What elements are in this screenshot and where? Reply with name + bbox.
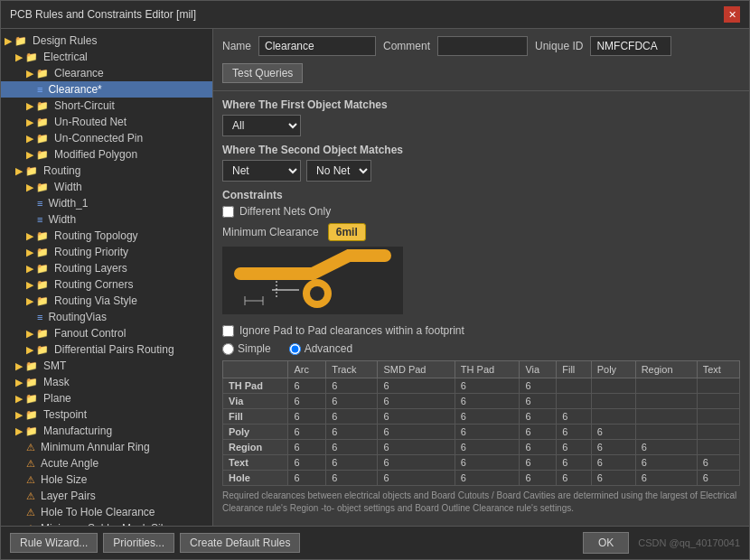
tree-label: Clearance* [48, 83, 101, 96]
simple-radio[interactable] [222, 343, 234, 355]
col-header-smd-pad: SMD Pad [378, 361, 455, 378]
clearance-diagram [222, 247, 740, 319]
name-input[interactable] [258, 36, 376, 56]
different-nets-checkbox[interactable] [222, 206, 234, 218]
folder-icon: ▶ 📁 [26, 117, 49, 128]
where-first-header: Where The First Object Matches [222, 98, 740, 111]
tree-item-clearance-rule[interactable]: ≡Clearance* [1, 81, 212, 98]
tree-label: Width_1 [48, 197, 88, 210]
tree-item-routing-topology[interactable]: ▶ 📁Routing Topology [1, 228, 212, 244]
row-cell: 6 [326, 378, 378, 394]
simple-option[interactable]: Simple [222, 342, 271, 355]
comment-input[interactable] [437, 36, 528, 56]
advanced-radio[interactable] [289, 343, 301, 355]
row-cell: 6 [557, 425, 591, 440]
folder-icon: ▶ 📁 [26, 100, 49, 112]
row-cell: 6 [520, 440, 557, 455]
tree-item-un-routed-net[interactable]: ▶ 📁Un-Routed Net [1, 114, 212, 130]
priorities-button[interactable]: Priorities... [103, 533, 174, 553]
right-panel: Name Comment Unique ID Test Queries Wher… [213, 29, 749, 526]
rule-icon: ≡ [37, 312, 42, 322]
tree-item-fanout-control[interactable]: ▶ 📁Fanout Control [1, 325, 212, 341]
row-cell: 6 [557, 409, 591, 425]
clearance-value-badge[interactable]: 6mil [328, 223, 366, 241]
tree-item-hole-to-hole[interactable]: ⚠Hole To Hole Clearance [1, 504, 212, 520]
row-cell: 6 [378, 425, 455, 440]
tree-item-routing-vias[interactable]: ≡RoutingVias [1, 309, 212, 325]
tree-item-electrical[interactable]: ▶ 📁Electrical [1, 49, 212, 65]
tree-item-min-annular[interactable]: ⚠Minimum Annular Ring [1, 439, 212, 455]
watermark: CSDN @qq_40170041 [638, 537, 740, 548]
footer-right: OK CSDN @qq_40170041 [583, 532, 740, 554]
clearance-table: ArcTrackSMD PadTH PadViaFillPolyRegionTe… [222, 360, 740, 486]
row-cell [697, 425, 739, 440]
tree-item-width-rule[interactable]: ≡Width [1, 211, 212, 228]
tree-label: Acute Angle [41, 457, 98, 470]
row-cell [697, 394, 739, 409]
tree-item-width-1[interactable]: ≡Width_1 [1, 195, 212, 211]
tree-item-clearance-group[interactable]: ▶ 📁Clearance [1, 65, 212, 81]
row-cell: 6 [455, 425, 520, 440]
row-cell [635, 378, 697, 394]
tree-item-diff-pairs[interactable]: ▶ 📁Differential Pairs Routing [1, 341, 212, 358]
advanced-label: Advanced [305, 342, 352, 355]
tree-label: Modified Polygon [54, 148, 137, 161]
tree-container: ▶ 📁Design Rules▶ 📁Electrical▶ 📁Clearance… [1, 33, 212, 526]
tree-item-plane[interactable]: ▶ 📁Plane [1, 390, 212, 406]
tree-item-design-rules[interactable]: ▶ 📁Design Rules [1, 33, 212, 49]
folder-icon: ▶ 📁 [26, 263, 49, 275]
row-label: Hole [223, 471, 288, 486]
tree-item-short-circuit[interactable]: ▶ 📁Short-Circuit [1, 98, 212, 114]
row-cell [697, 409, 739, 425]
col-header-poly: Poly [591, 361, 635, 378]
row-cell [591, 378, 635, 394]
row-cell: 6 [591, 471, 635, 486]
second-match-select-2[interactable]: No Net GND VCC [306, 160, 371, 182]
comment-label: Comment [383, 40, 430, 52]
tree-item-routing-priority[interactable]: ▶ 📁Routing Priority [1, 244, 212, 260]
row-cell: 6 [635, 455, 697, 471]
different-nets-row: Different Nets Only [222, 205, 740, 218]
unique-id-input[interactable] [590, 36, 671, 56]
folder-icon: ▶ 📁 [26, 182, 49, 193]
tree-item-routing[interactable]: ▶ 📁Routing [1, 163, 212, 179]
note-text: Required clearances between electrical o… [222, 490, 740, 515]
advanced-option[interactable]: Advanced [289, 342, 352, 355]
tree-item-acute-angle[interactable]: ⚠Acute Angle [1, 455, 212, 471]
tree-item-mask[interactable]: ▶ 📁Mask [1, 374, 212, 390]
tree-item-routing-corners[interactable]: ▶ 📁Routing Corners [1, 276, 212, 293]
tree-item-manufacturing[interactable]: ▶ 📁Manufacturing [1, 423, 212, 439]
tree-label: Plane [43, 392, 71, 405]
row-cell: 6 [557, 471, 591, 486]
ignore-pad-checkbox[interactable] [222, 325, 234, 337]
row-cell: 6 [591, 440, 635, 455]
mode-radio-row: Simple Advanced [222, 342, 740, 355]
row-cell [635, 394, 697, 409]
row-cell: 6 [520, 471, 557, 486]
folder-icon: ▶ 📁 [26, 230, 49, 242]
row-cell: 6 [520, 425, 557, 440]
second-match-select-1[interactable]: Net All Net Class [222, 160, 301, 182]
tree-item-modified-polygon[interactable]: ▶ 📁Modified Polygon [1, 146, 212, 163]
tree-item-testpoint[interactable]: ▶ 📁Testpoint [1, 406, 212, 423]
create-default-button[interactable]: Create Default Rules [180, 533, 300, 553]
tree-label: Routing Corners [54, 278, 133, 291]
tree-item-width[interactable]: ▶ 📁Width [1, 179, 212, 195]
main-window: PCB Rules and Constraints Editor [mil] ✕… [0, 0, 750, 560]
row-cell: 6 [520, 394, 557, 409]
rule-icon: ≡ [37, 198, 42, 209]
ignore-pad-label: Ignore Pad to Pad clearances within a fo… [239, 324, 464, 337]
col-header-arc: Arc [288, 361, 326, 378]
tree-item-un-connected-pin[interactable]: ▶ 📁Un-Connected Pin [1, 130, 212, 146]
tree-item-routing-via-style[interactable]: ▶ 📁Routing Via Style [1, 293, 212, 309]
tree-item-routing-layers[interactable]: ▶ 📁Routing Layers [1, 260, 212, 276]
close-button[interactable]: ✕ [724, 6, 740, 23]
rule-wizard-button[interactable]: Rule Wizard... [10, 533, 98, 553]
tree-item-layer-pairs[interactable]: ⚠Layer Pairs [1, 488, 212, 504]
tree-item-smt[interactable]: ▶ 📁SMT [1, 358, 212, 374]
first-match-select[interactable]: All Net Net Class [222, 115, 301, 136]
row-cell: 6 [520, 409, 557, 425]
tree-item-hole-size[interactable]: ⚠Hole Size [1, 471, 212, 488]
ok-button[interactable]: OK [583, 532, 629, 554]
test-queries-button[interactable]: Test Queries [222, 63, 303, 83]
